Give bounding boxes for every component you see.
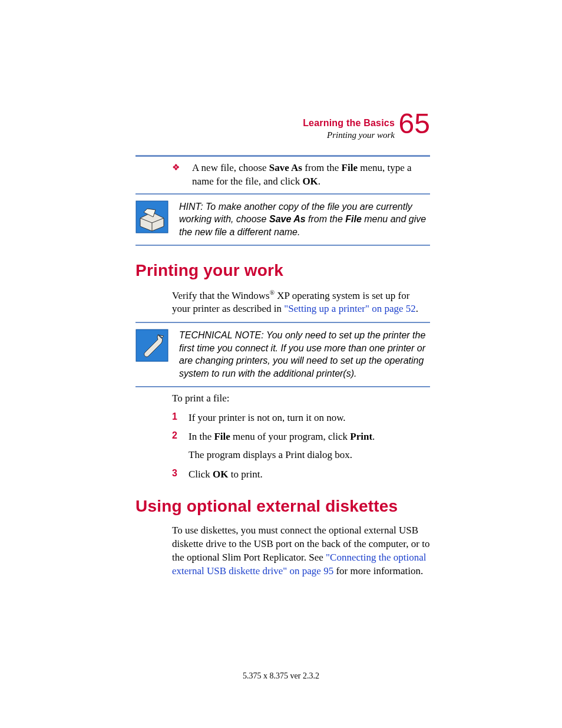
hint-text: HINT: To make another copy of the file y… [179,200,430,239]
divider [135,322,430,323]
technical-note-text: TECHNICAL NOTE: You only need to set up … [179,329,430,380]
hint-block: HINT: To make another copy of the file y… [135,200,430,239]
chapter-title: Learning the Basics [218,118,395,129]
footer-text: 5.375 x 8.375 ver 2.3.2 [0,671,562,681]
page-header: Learning the Basics Printing your work 6… [135,112,430,150]
diamond-bullet-icon: ❖ [172,162,180,173]
divider [135,386,430,387]
section-title: Printing your work [218,130,395,140]
link-setup-printer[interactable]: "Setting up a printer" on page 52 [284,303,416,314]
heading-diskettes: Using optional external diskettes [135,497,430,516]
technical-note-block: TECHNICAL NOTE: You only need to set up … [135,329,430,380]
paragraph: To use diskettes, you must connect the o… [172,524,430,578]
step-number: 2 [172,430,177,441]
step-number: 3 [172,468,177,479]
step-item: 2 In the File menu of your program, clic… [172,430,430,462]
page-content: Learning the Basics Printing your work 6… [135,112,430,584]
paragraph: Verify that the Windows® XP operating sy… [172,288,430,317]
step-number: 1 [172,411,177,422]
step-item: 1 If your printer is not on, turn it on … [172,411,430,425]
bullet-item: ❖ A new file, choose Save As from the Fi… [172,162,430,189]
divider [135,193,430,195]
step-item: 3 Click OK to print. [172,468,430,482]
paragraph: To print a file: [172,392,430,406]
divider [135,155,430,157]
wrench-icon [135,329,168,362]
divider [135,245,430,246]
step-subtext: The program displays a Print dialog box. [189,449,430,462]
page-number: 65 [399,107,430,140]
hint-box-icon [135,200,168,233]
heading-printing: Printing your work [135,261,430,280]
